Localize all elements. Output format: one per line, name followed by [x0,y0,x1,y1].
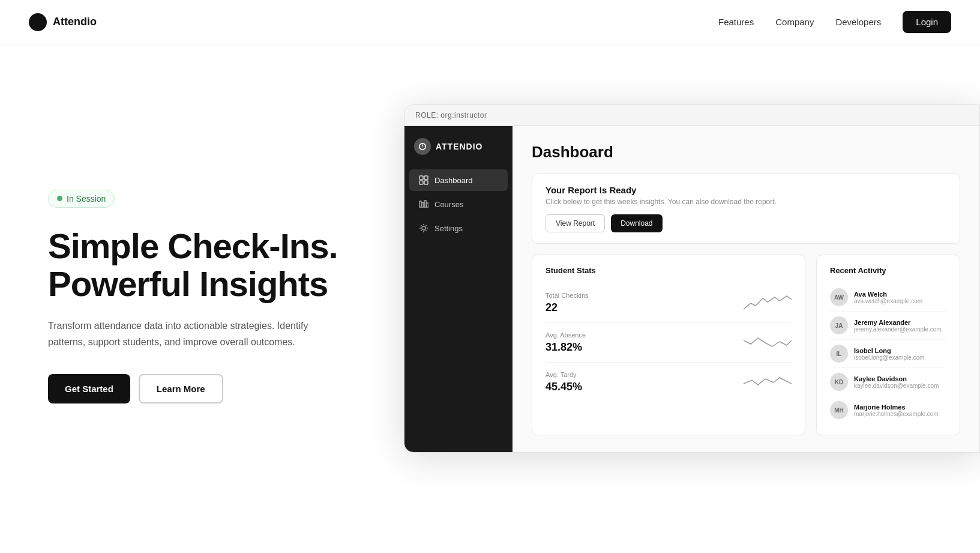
student-stats: Student Stats Total Checkins 22 [532,255,805,435]
dashboard-main: Dashboard Your Report Is Ready Click bel… [513,126,979,452]
activity-item-3: KD Kaylee Davidson kaylee.davidson@examp… [830,367,946,396]
sidebar-item-courses[interactable]: Courses [409,193,508,215]
login-button[interactable]: Login [903,11,951,33]
report-description: Click below to get this weeks insights. … [546,198,946,206]
dashboard-title: Dashboard [532,143,960,162]
logo-icon [29,13,47,31]
hero-section: In Session Simple Check-Ins. Powerful In… [0,44,980,537]
svg-rect-6 [419,201,421,207]
stats-activity-row: Student Stats Total Checkins 22 [532,255,960,435]
sidebar-courses-label: Courses [434,200,463,209]
in-session-badge: In Session [48,190,115,208]
learn-more-button[interactable]: Learn More [139,374,223,403]
avatar-0: AW [830,288,848,306]
avatar-3: KD [830,373,848,391]
sidebar-settings-label: Settings [434,224,463,233]
hero-title: Simple Check-Ins. Powerful Insights [48,227,360,304]
hero-buttons: Get Started Learn More [48,374,360,403]
sidebar-item-settings[interactable]: Settings [409,217,508,239]
activity-email-3: kaylee.davidson@example.com [854,382,939,389]
mockup-window: ROLE: org:instructor ATTENDIO [404,104,980,453]
sparkline-absence [744,332,792,354]
nav-link-features[interactable]: Features [718,17,754,27]
stat-row-tardy: Avg. Tardy 45.45% [546,362,792,402]
nav-links: Features Company Developers Login [718,11,951,33]
stat-row-checkins: Total Checkins 22 [546,283,792,322]
stat-label-tardy: Avg. Tardy [546,371,582,378]
activity-name-4: Marjorie Holmes [854,403,939,411]
report-buttons: View Report Download [546,214,946,232]
view-report-button[interactable]: View Report [546,214,605,232]
activity-item-0: AW Ava Welch ava.welch@example.com [830,283,946,311]
activity-item-2: IL Isobel Long isobel.long@example.com [830,339,946,367]
svg-rect-9 [427,203,428,207]
stat-value-tardy: 45.45% [546,381,582,393]
report-card: Your Report Is Ready Click below to get … [532,174,960,244]
recent-activity: Recent Activity AW Ava Welch ava.welch@e… [816,255,960,435]
hero-mockup: ROLE: org:instructor ATTENDIO [404,104,980,453]
avatar-4: MH [830,401,848,419]
activity-email-4: marjorie.holmes@example.com [854,411,939,417]
badge-dot-icon [57,196,62,201]
activity-name-0: Ava Welch [854,291,922,298]
get-started-button[interactable]: Get Started [48,374,130,403]
report-heading: Your Report Is Ready [546,185,946,195]
svg-rect-7 [422,202,424,207]
activity-name-2: Isobel Long [854,347,924,354]
svg-rect-8 [424,201,426,207]
badge-label: In Session [67,194,106,204]
sidebar-dashboard-label: Dashboard [434,176,473,185]
logo-text: Attendio [53,16,97,28]
role-label: ROLE: org:instructor [415,111,487,119]
mockup-body: ATTENDIO Dashboard [404,126,979,452]
activity-email-2: isobel.long@example.com [854,354,924,361]
stats-heading: Student Stats [546,266,792,275]
activity-email-1: jeremy.alexander@example.com [854,326,942,333]
avatar-1: JA [830,316,848,334]
logo: Attendio [29,13,97,31]
svg-rect-2 [419,176,423,180]
stat-value-checkins: 22 [546,301,589,314]
stat-label-absence: Avg. Absence [546,331,586,339]
sidebar-item-dashboard[interactable]: Dashboard [409,169,508,191]
stat-row-absence: Avg. Absence 31.82% [546,322,792,362]
sparkline-checkins [744,292,792,314]
stat-value-absence: 31.82% [546,341,586,354]
activity-item-1: JA Jeremy Alexander jeremy.alexander@exa… [830,311,946,339]
hero-content: In Session Simple Check-Ins. Powerful In… [48,190,384,404]
activity-item-4: MH Marjorie Holmes marjorie.holmes@examp… [830,396,946,424]
sidebar-brand: ATTENDIO [404,138,513,167]
avatar-2: IL [830,345,848,363]
sidebar-brand-text: ATTENDIO [436,142,483,151]
hero-title-line1: Simple Check-Ins. [48,226,338,265]
download-button[interactable]: Download [611,214,662,232]
sparkline-tardy [744,372,792,393]
activity-name-3: Kaylee Davidson [854,375,939,382]
hero-subtitle: Transform attendance data into actionabl… [48,318,336,350]
activity-name-1: Jeremy Alexander [854,319,942,326]
svg-rect-5 [424,181,428,184]
activity-heading: Recent Activity [830,266,946,275]
mockup-topbar: ROLE: org:instructor [404,105,979,126]
navbar: Attendio Features Company Developers Log… [0,0,980,44]
activity-email-0: ava.welch@example.com [854,298,922,304]
svg-rect-3 [424,176,428,180]
svg-point-10 [422,226,425,230]
sidebar-brand-icon [414,138,431,155]
stat-label-checkins: Total Checkins [546,292,589,299]
sidebar: ATTENDIO Dashboard [404,126,513,452]
svg-rect-4 [419,181,423,184]
hero-title-line2: Powerful Insights [48,264,328,303]
nav-link-developers[interactable]: Developers [835,17,881,27]
nav-link-company[interactable]: Company [775,17,814,27]
